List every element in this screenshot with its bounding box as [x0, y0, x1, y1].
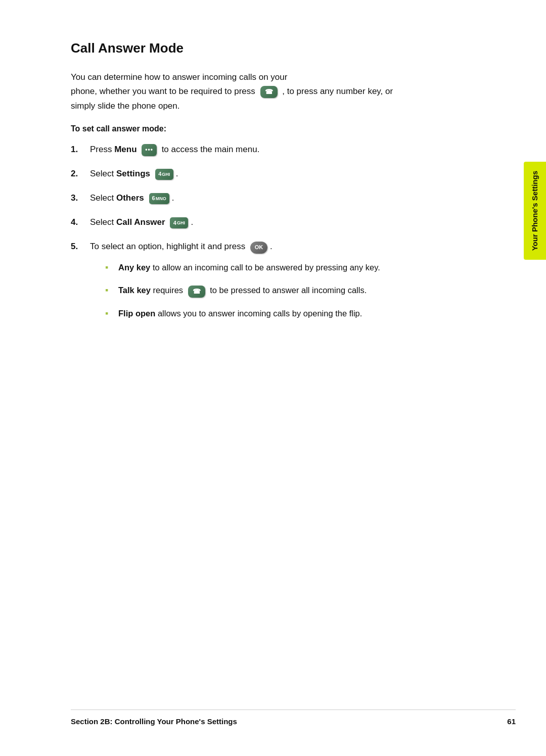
sub-options-list: ▪ Any key to allow an incoming call to b… [90, 261, 380, 320]
sub-content-flip-open: Flip open allows you to answer incoming … [118, 307, 380, 320]
side-tab: Your Phone's Settings [524, 162, 546, 260]
talk-key-icon: ☎ [260, 86, 278, 98]
step-3-num: 3. [71, 191, 87, 205]
step-2: 2. Select Settings 4GHI . [71, 167, 485, 181]
step-5-header: 5. To select an option, highlight it and… [71, 240, 380, 329]
step-3-content: Select Others 6MNO . [90, 191, 485, 205]
step-4-content: Select Call Answer 4GHI . [90, 215, 485, 229]
others-key-icon: 6MNO [149, 193, 169, 204]
step-1-bold: Menu [114, 145, 136, 154]
footer: Section 2B: Controlling Your Phone's Set… [71, 710, 516, 726]
intro-line1: You can determine how to answer incoming… [71, 72, 287, 82]
sub-item-any-key: ▪ Any key to allow an incoming call to b… [105, 261, 380, 274]
step-5-num: 5. [71, 240, 87, 253]
sub-item-flip-open: ▪ Flip open allows you to answer incomin… [105, 307, 380, 320]
sub-content-any-key: Any key to allow an incoming call to be … [118, 261, 380, 274]
step-2-num: 2. [71, 167, 87, 180]
bold-label: To set call answer mode: [71, 124, 485, 133]
menu-icon: ••• [142, 144, 157, 156]
call-answer-key-icon: 4GHI [170, 217, 188, 228]
intro-paragraph: You can determine how to answer incoming… [71, 70, 415, 113]
page-title: Call Answer Mode [71, 40, 485, 56]
sub-bullet-3: ▪ [105, 307, 113, 320]
footer-section-label: Section 2B: Controlling Your Phone's Set… [71, 717, 237, 726]
step-3-bold: Others [116, 193, 144, 203]
sub-bullet-1: ▪ [105, 261, 113, 274]
step-1-num: 1. [71, 143, 87, 156]
step-4-bold: Call Answer [116, 217, 165, 227]
step-1-content: Press Menu ••• to access the main menu. [90, 143, 485, 157]
sub-bullet-2: ▪ [105, 284, 113, 297]
page-container: Your Phone's Settings Call Answer Mode Y… [0, 0, 546, 756]
side-tab-text: Your Phone's Settings [530, 171, 540, 251]
talk-key-icon-2: ☎ [188, 286, 205, 298]
talk-key-label: Talk key [118, 286, 151, 295]
ok-icon: OK [250, 242, 267, 254]
intro-line2: phone, whether you want to be required t… [71, 86, 255, 96]
step-5-content: To select an option, highlight it and pr… [90, 240, 380, 329]
step-3: 3. Select Others 6MNO . [71, 191, 485, 205]
footer-page-number: 61 [507, 717, 516, 726]
step-2-bold: Settings [116, 169, 150, 178]
settings-key-icon: 4GHI [155, 169, 173, 180]
flip-open-label: Flip open [118, 309, 155, 318]
step-1: 1. Press Menu ••• to access the main men… [71, 143, 485, 157]
step-5: 5. To select an option, highlight it and… [71, 240, 485, 329]
step-2-content: Select Settings 4GHI . [90, 167, 485, 181]
sub-item-talk-key: ▪ Talk key requires ☎ to be pressed to a… [105, 284, 380, 298]
sub-content-talk-key: Talk key requires ☎ to be pressed to ans… [118, 284, 380, 298]
step-4: 4. Select Call Answer 4GHI . [71, 215, 485, 229]
any-key-label: Any key [118, 263, 150, 272]
steps-list: 1. Press Menu ••• to access the main men… [71, 143, 485, 330]
step-4-num: 4. [71, 215, 87, 229]
